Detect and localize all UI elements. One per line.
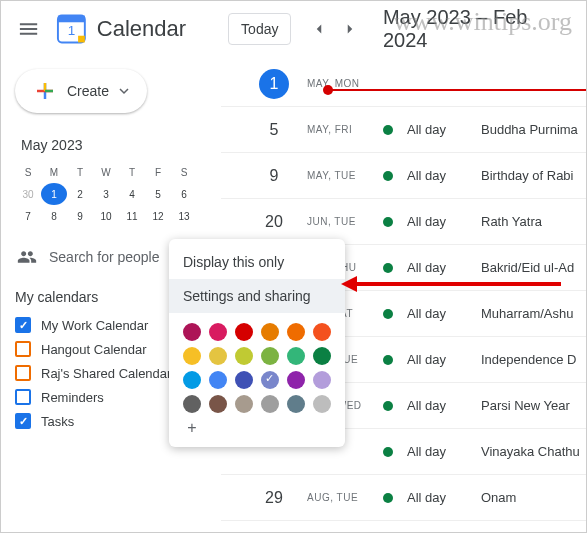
mini-dow: T [119,161,145,183]
allday-label: All day [407,214,481,229]
mini-day[interactable]: 3 [93,183,119,205]
color-swatch[interactable] [313,323,331,341]
event-dot-icon [383,447,393,457]
event-dot-icon [383,217,393,227]
mini-dow: T [67,161,93,183]
color-swatch[interactable] [209,371,227,389]
event-dot-icon [383,309,393,319]
mini-day[interactable]: 13 [171,205,197,227]
color-swatch[interactable] [235,371,253,389]
day-label: MAY, TUE [299,170,369,181]
color-swatch[interactable] [209,347,227,365]
color-swatch[interactable] [313,371,331,389]
mini-day[interactable]: 10 [93,205,119,227]
calendar-checkbox[interactable] [15,317,31,333]
color-swatch[interactable] [235,347,253,365]
calendar-context-menu: Display this only Settings and sharing + [169,239,345,447]
allday-label: All day [407,306,481,321]
color-swatch[interactable] [287,347,305,365]
chevron-down-icon [119,86,129,96]
calendar-checkbox[interactable] [15,413,31,429]
event-title: Buddha Purnima [481,122,578,137]
hamburger-icon[interactable] [17,17,40,41]
mini-day[interactable]: 7 [15,205,41,227]
create-label: Create [67,83,109,99]
mini-day[interactable]: 11 [119,205,145,227]
menu-display-only[interactable]: Display this only [169,245,345,279]
event-dot-icon [383,171,393,181]
day-label: JUN, TUE [299,216,369,227]
menu-settings-sharing[interactable]: Settings and sharing [169,279,345,313]
app-title: Calendar [97,16,186,42]
color-swatch[interactable] [183,395,201,413]
mini-day[interactable]: 12 [145,205,171,227]
mini-day[interactable]: 4 [119,183,145,205]
mini-dow: F [145,161,171,183]
next-button[interactable] [334,13,365,45]
color-swatch[interactable] [183,371,201,389]
event-title: Onam [481,490,516,505]
color-swatch[interactable] [287,395,305,413]
mini-day[interactable]: 2 [67,183,93,205]
people-icon [17,247,37,267]
color-swatch[interactable] [235,323,253,341]
color-swatch[interactable] [261,371,279,389]
day-number: 1 [259,69,289,99]
mini-day[interactable]: 8 [41,205,67,227]
calendar-checkbox[interactable] [15,341,31,357]
calendar-logo-icon: 1 [56,13,87,45]
event-title: Independence D [481,352,576,367]
calendar-checkbox[interactable] [15,365,31,381]
event-dot-icon [383,125,393,135]
calendar-label: Raj's Shared Calendar [41,366,171,381]
create-button[interactable]: Create [15,69,147,113]
color-swatch[interactable] [313,347,331,365]
event-row[interactable]: 29AUG, TUEAll dayOnam [221,475,586,521]
calendar-checkbox[interactable] [15,389,31,405]
mini-calendar[interactable]: SMTWTFS 3012345678910111213 [15,161,197,227]
day-label: AUG, TUE [299,492,369,503]
mini-day[interactable]: 9 [67,205,93,227]
day-number: 9 [259,167,289,185]
color-swatch[interactable] [261,347,279,365]
svg-rect-2 [78,36,85,43]
mini-month-title: May 2023 [21,137,197,153]
mini-day[interactable]: 5 [145,183,171,205]
event-row[interactable]: 5MAY, FRIAll dayBuddha Purnima [221,107,586,153]
svg-rect-1 [58,16,85,23]
day-number: 29 [259,489,289,507]
color-swatch[interactable] [313,395,331,413]
color-swatch[interactable] [209,323,227,341]
event-row[interactable]: 9MAY, TUEAll dayBirthday of Rabi [221,153,586,199]
color-swatch[interactable] [261,323,279,341]
mini-dow: S [171,161,197,183]
add-color-button[interactable]: + [183,419,201,437]
event-row[interactable]: 1MAY, MON [221,61,586,107]
allday-label: All day [407,122,481,137]
mini-day[interactable]: 1 [41,183,67,205]
color-swatch[interactable] [287,371,305,389]
color-picker: + [169,313,345,437]
event-title: Parsi New Year [481,398,570,413]
today-button[interactable]: Today [228,13,291,45]
event-title: Bakrid/Eid ul-Ad [481,260,574,275]
color-swatch[interactable] [235,395,253,413]
calendar-label: Tasks [41,414,74,429]
app-header: 1 Calendar Today May 2023 – Feb 2024 [1,1,586,57]
color-swatch[interactable] [261,395,279,413]
color-swatch[interactable] [209,395,227,413]
allday-label: All day [407,260,481,275]
mini-day[interactable]: 6 [171,183,197,205]
allday-label: All day [407,352,481,367]
mini-dow: M [41,161,67,183]
color-swatch[interactable] [287,323,305,341]
prev-button[interactable] [303,13,334,45]
calendar-label: Reminders [41,390,104,405]
event-row[interactable]: 30AUG, WEDAll dayRaksha Bandhan [221,521,586,533]
color-swatch[interactable] [183,347,201,365]
event-title: Birthday of Rabi [481,168,574,183]
calendar-label: Hangout Calendar [41,342,147,357]
color-swatch[interactable] [183,323,201,341]
event-title: Muharram/Ashu [481,306,573,321]
mini-day[interactable]: 30 [15,183,41,205]
